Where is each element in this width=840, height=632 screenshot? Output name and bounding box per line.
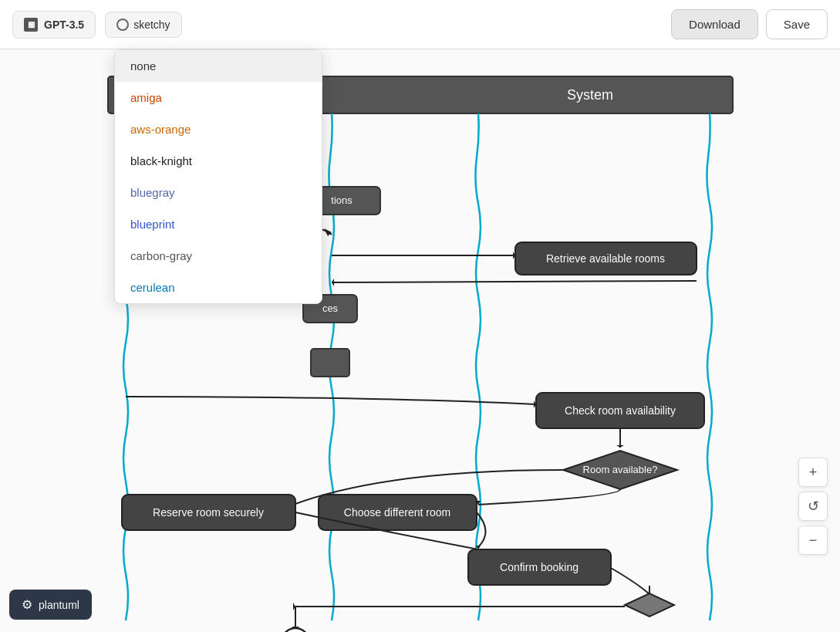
palette-icon <box>116 19 129 31</box>
svg-text:Check room availability: Check room availability <box>565 404 676 417</box>
svg-text:Room available?: Room available? <box>583 464 658 475</box>
download-button[interactable]: Download <box>671 9 758 39</box>
zoom-out-icon: − <box>809 532 818 549</box>
theme-option-aws-orange[interactable]: aws-orange <box>115 113 322 145</box>
header: ▦ GPT-3.5 sketchy Download Save <box>0 0 840 49</box>
zoom-reset-button[interactable]: ↺ <box>798 492 828 521</box>
zoom-in-button[interactable]: + <box>798 458 828 487</box>
svg-text:Reserve room securely: Reserve room securely <box>153 506 264 519</box>
theme-option-amiga[interactable]: amiga <box>115 82 322 113</box>
theme-option-cerulean[interactable]: cerulean <box>115 272 322 303</box>
plantuml-label: plantuml <box>39 599 79 611</box>
theme-option-none[interactable]: none <box>115 50 322 82</box>
theme-dropdown-scroll[interactable]: none amiga aws-orange black-knight blueg… <box>115 50 322 303</box>
gpt-model-selector[interactable]: ▦ GPT-3.5 <box>12 11 96 39</box>
svg-text:tions: tions <box>331 194 353 206</box>
grid-icon: ▦ <box>24 18 38 32</box>
theme-option-bluegray[interactable]: bluegray <box>115 177 322 208</box>
zoom-out-button[interactable]: − <box>798 526 828 555</box>
save-button[interactable]: Save <box>766 9 828 39</box>
gpt-model-label: GPT-3.5 <box>44 19 84 31</box>
svg-text:ces: ces <box>322 302 339 314</box>
svg-text:Confirm booking: Confirm booking <box>500 561 579 573</box>
zoom-controls: + ↺ − <box>798 458 828 555</box>
theme-label: sketchy <box>133 19 170 31</box>
reset-icon: ↺ <box>808 498 819 515</box>
theme-option-carbon-gray[interactable]: carbon-gray <box>115 240 322 272</box>
theme-option-blueprint[interactable]: blueprint <box>115 208 322 240</box>
svg-text:System: System <box>567 87 613 103</box>
theme-dropdown: none amiga aws-orange black-knight blueg… <box>114 49 322 304</box>
plantuml-button[interactable]: ⚙ plantuml <box>9 590 92 620</box>
gear-icon: ⚙ <box>22 597 32 612</box>
zoom-in-icon: + <box>809 465 818 481</box>
theme-selector[interactable]: sketchy <box>105 12 181 38</box>
svg-text:Retrieve available rooms: Retrieve available rooms <box>546 252 665 265</box>
svg-rect-11 <box>311 349 349 377</box>
theme-option-black-knight[interactable]: black-knight <box>115 145 322 177</box>
svg-text:Choose different room: Choose different room <box>344 506 450 519</box>
